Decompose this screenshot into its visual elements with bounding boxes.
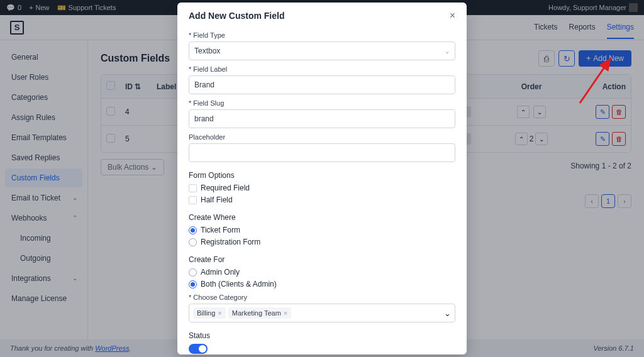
section-create-for: Create For xyxy=(189,255,455,264)
close-icon: × xyxy=(450,10,455,21)
chevron-down-icon: ⌄ xyxy=(445,48,450,55)
choose-category-select[interactable]: Billing × Marketing Team × ⌄ xyxy=(189,304,455,322)
radio-icon xyxy=(189,238,197,246)
radio-icon xyxy=(189,280,197,288)
radio-registration-form[interactable]: Registration Form xyxy=(189,238,455,246)
label-placeholder: Placeholder xyxy=(189,133,455,141)
label-field-slug: * Field Slug xyxy=(189,99,455,107)
tag-remove-button[interactable]: × xyxy=(284,309,287,317)
field-type-select[interactable]: Textbox⌄ xyxy=(189,41,455,60)
placeholder-input[interactable] xyxy=(189,143,455,162)
label-choose-category: * Choose Category xyxy=(189,294,455,301)
modal-overlay[interactable]: Add New Custom Field × * Field Type Text… xyxy=(0,0,644,357)
chevron-down-icon: ⌄ xyxy=(444,309,451,318)
checkbox-icon xyxy=(189,196,197,204)
label-field-label: * Field Label xyxy=(189,65,455,73)
label-field-type: * Field Type xyxy=(189,31,455,39)
half-field-checkbox[interactable]: Half Field xyxy=(189,195,455,204)
status-toggle[interactable] xyxy=(189,344,208,354)
field-label-input[interactable] xyxy=(189,75,455,94)
section-form-options: Form Options xyxy=(189,171,455,180)
modal-close-button[interactable]: × xyxy=(450,10,455,21)
modal-title: Add New Custom Field xyxy=(189,11,284,21)
radio-icon xyxy=(189,226,197,234)
field-slug-input[interactable] xyxy=(189,109,455,128)
radio-ticket-form[interactable]: Ticket Form xyxy=(189,226,455,234)
required-field-checkbox[interactable]: Required Field xyxy=(189,184,455,192)
label-status: Status xyxy=(189,331,455,340)
checkbox-icon xyxy=(189,184,197,192)
section-create-where: Create Where xyxy=(189,213,455,222)
tag-remove-button[interactable]: × xyxy=(218,309,221,317)
radio-admin-only[interactable]: Admin Only xyxy=(189,268,455,277)
category-tag: Billing × xyxy=(193,307,226,319)
radio-both[interactable]: Both (Clients & Admin) xyxy=(189,280,455,288)
add-custom-field-modal: Add New Custom Field × * Field Type Text… xyxy=(177,3,467,354)
radio-icon xyxy=(189,268,197,277)
category-tag: Marketing Team × xyxy=(228,307,292,319)
